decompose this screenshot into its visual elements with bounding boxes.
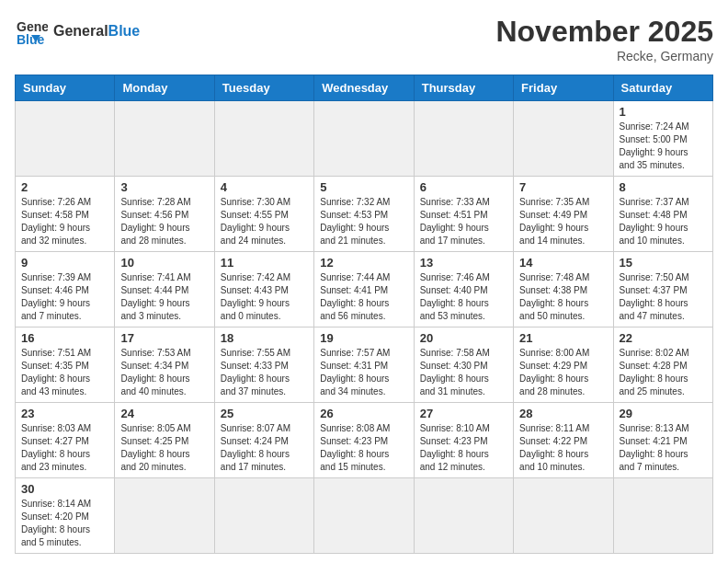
logo-general-text: General <box>53 23 108 39</box>
day-number: 7 <box>519 180 607 194</box>
day-info: Sunrise: 8:13 AM Sunset: 4:21 PM Dayligh… <box>620 422 707 474</box>
calendar-day-cell: 8Sunrise: 7:37 AM Sunset: 4:48 PM Daylig… <box>613 177 712 252</box>
day-number: 3 <box>120 180 208 194</box>
calendar-week-row: 9Sunrise: 7:39 AM Sunset: 4:46 PM Daylig… <box>16 252 713 327</box>
day-info: Sunrise: 7:55 AM Sunset: 4:33 PM Dayligh… <box>221 347 308 398</box>
day-info: Sunrise: 7:28 AM Sunset: 4:56 PM Dayligh… <box>120 196 208 247</box>
day-number: 8 <box>620 180 707 194</box>
day-info: Sunrise: 7:30 AM Sunset: 4:55 PM Dayligh… <box>221 196 308 247</box>
calendar-day-cell: 11Sunrise: 7:42 AM Sunset: 4:43 PM Dayli… <box>214 252 313 327</box>
day-number: 16 <box>21 331 108 345</box>
calendar-day-cell: 7Sunrise: 7:35 AM Sunset: 4:49 PM Daylig… <box>514 177 613 252</box>
weekday-header: Tuesday <box>214 75 313 101</box>
day-number: 9 <box>21 256 108 270</box>
calendar-day-cell: 18Sunrise: 7:55 AM Sunset: 4:33 PM Dayli… <box>214 327 313 403</box>
day-number: 12 <box>320 256 407 270</box>
calendar-day-cell: 28Sunrise: 8:11 AM Sunset: 4:22 PM Dayli… <box>514 403 613 478</box>
svg-text:Blue: Blue <box>17 32 45 47</box>
day-number: 5 <box>320 180 407 194</box>
day-number: 15 <box>620 256 707 270</box>
weekday-header: Friday <box>514 75 613 101</box>
day-info: Sunrise: 7:50 AM Sunset: 4:37 PM Dayligh… <box>620 271 707 323</box>
day-info: Sunrise: 7:37 AM Sunset: 4:48 PM Dayligh… <box>620 196 707 247</box>
day-number: 18 <box>221 331 308 345</box>
day-info: Sunrise: 8:08 AM Sunset: 4:23 PM Dayligh… <box>320 422 407 474</box>
day-number: 22 <box>620 331 707 345</box>
day-info: Sunrise: 8:05 AM Sunset: 4:25 PM Dayligh… <box>120 422 208 474</box>
day-info: Sunrise: 7:51 AM Sunset: 4:35 PM Dayligh… <box>21 347 108 398</box>
calendar-week-row: 1Sunrise: 7:24 AM Sunset: 5:00 PM Daylig… <box>16 101 713 177</box>
day-info: Sunrise: 8:14 AM Sunset: 4:20 PM Dayligh… <box>21 498 108 549</box>
day-info: Sunrise: 8:00 AM Sunset: 4:29 PM Dayligh… <box>519 347 607 398</box>
calendar-day-cell: 2Sunrise: 7:26 AM Sunset: 4:58 PM Daylig… <box>16 177 115 252</box>
day-number: 20 <box>420 331 507 345</box>
day-info: Sunrise: 7:39 AM Sunset: 4:46 PM Dayligh… <box>21 271 108 323</box>
day-number: 24 <box>120 407 208 420</box>
weekday-header: Monday <box>115 75 214 101</box>
calendar-day-cell: 3Sunrise: 7:28 AM Sunset: 4:56 PM Daylig… <box>115 177 214 252</box>
day-number: 25 <box>221 407 308 420</box>
day-info: Sunrise: 7:42 AM Sunset: 4:43 PM Dayligh… <box>221 271 308 323</box>
day-number: 19 <box>320 331 407 345</box>
calendar-day-cell: 15Sunrise: 7:50 AM Sunset: 4:37 PM Dayli… <box>613 252 712 327</box>
day-number: 29 <box>620 407 707 420</box>
day-info: Sunrise: 7:57 AM Sunset: 4:31 PM Dayligh… <box>320 347 407 398</box>
calendar-day-cell: 5Sunrise: 7:32 AM Sunset: 4:53 PM Daylig… <box>314 177 414 252</box>
day-info: Sunrise: 7:33 AM Sunset: 4:51 PM Dayligh… <box>420 196 507 247</box>
calendar-day-cell <box>16 101 115 177</box>
calendar-week-row: 30Sunrise: 8:14 AM Sunset: 4:20 PM Dayli… <box>16 478 713 554</box>
calendar-day-cell <box>214 101 313 177</box>
calendar-day-cell: 14Sunrise: 7:48 AM Sunset: 4:38 PM Dayli… <box>514 252 613 327</box>
day-number: 4 <box>221 180 308 194</box>
calendar-day-cell: 17Sunrise: 7:53 AM Sunset: 4:34 PM Dayli… <box>115 327 214 403</box>
calendar-day-cell: 9Sunrise: 7:39 AM Sunset: 4:46 PM Daylig… <box>16 252 115 327</box>
logo-icon: General Blue <box>15 15 48 48</box>
logo-blue-text: Blue <box>108 23 141 39</box>
day-info: Sunrise: 8:07 AM Sunset: 4:24 PM Dayligh… <box>221 422 308 474</box>
day-number: 10 <box>120 256 208 270</box>
calendar-week-row: 23Sunrise: 8:03 AM Sunset: 4:27 PM Dayli… <box>16 403 713 478</box>
day-number: 6 <box>420 180 507 194</box>
calendar-day-cell: 22Sunrise: 8:02 AM Sunset: 4:28 PM Dayli… <box>613 327 712 403</box>
page-header: General Blue GeneralBlue November 2025 R… <box>15 15 713 63</box>
calendar-day-cell: 30Sunrise: 8:14 AM Sunset: 4:20 PM Dayli… <box>16 478 115 554</box>
calendar-day-cell <box>514 478 613 554</box>
calendar-day-cell: 21Sunrise: 8:00 AM Sunset: 4:29 PM Dayli… <box>514 327 613 403</box>
calendar-day-cell <box>314 478 414 554</box>
calendar-day-cell: 19Sunrise: 7:57 AM Sunset: 4:31 PM Dayli… <box>314 327 414 403</box>
day-number: 2 <box>21 180 108 194</box>
day-number: 28 <box>519 407 607 420</box>
day-info: Sunrise: 7:44 AM Sunset: 4:41 PM Dayligh… <box>320 271 407 323</box>
calendar-day-cell: 10Sunrise: 7:41 AM Sunset: 4:44 PM Dayli… <box>115 252 214 327</box>
weekday-header: Thursday <box>414 75 513 101</box>
calendar-day-cell: 16Sunrise: 7:51 AM Sunset: 4:35 PM Dayli… <box>16 327 115 403</box>
day-info: Sunrise: 7:24 AM Sunset: 5:00 PM Dayligh… <box>620 121 707 172</box>
day-number: 11 <box>221 256 308 270</box>
calendar-day-cell <box>414 478 513 554</box>
calendar-week-row: 16Sunrise: 7:51 AM Sunset: 4:35 PM Dayli… <box>16 327 713 403</box>
calendar-day-cell: 12Sunrise: 7:44 AM Sunset: 4:41 PM Dayli… <box>314 252 414 327</box>
day-number: 1 <box>620 105 707 119</box>
calendar-day-cell: 13Sunrise: 7:46 AM Sunset: 4:40 PM Dayli… <box>414 252 513 327</box>
calendar-day-cell: 24Sunrise: 8:05 AM Sunset: 4:25 PM Dayli… <box>115 403 214 478</box>
day-number: 26 <box>320 407 407 420</box>
day-info: Sunrise: 7:32 AM Sunset: 4:53 PM Dayligh… <box>320 196 407 247</box>
calendar-table: SundayMondayTuesdayWednesdayThursdayFrid… <box>15 75 713 554</box>
calendar-day-cell: 20Sunrise: 7:58 AM Sunset: 4:30 PM Dayli… <box>414 327 513 403</box>
calendar-week-row: 2Sunrise: 7:26 AM Sunset: 4:58 PM Daylig… <box>16 177 713 252</box>
day-number: 30 <box>21 482 108 496</box>
day-info: Sunrise: 7:41 AM Sunset: 4:44 PM Dayligh… <box>120 271 208 323</box>
day-number: 21 <box>519 331 607 345</box>
calendar-day-cell: 6Sunrise: 7:33 AM Sunset: 4:51 PM Daylig… <box>414 177 513 252</box>
day-info: Sunrise: 8:10 AM Sunset: 4:23 PM Dayligh… <box>420 422 507 474</box>
calendar-day-cell <box>115 101 214 177</box>
calendar-day-cell <box>514 101 613 177</box>
logo: General Blue GeneralBlue <box>15 15 140 48</box>
calendar-day-cell <box>115 478 214 554</box>
calendar-day-cell: 25Sunrise: 8:07 AM Sunset: 4:24 PM Dayli… <box>214 403 313 478</box>
day-info: Sunrise: 7:48 AM Sunset: 4:38 PM Dayligh… <box>519 271 607 323</box>
day-number: 27 <box>420 407 507 420</box>
calendar-day-cell: 23Sunrise: 8:03 AM Sunset: 4:27 PM Dayli… <box>16 403 115 478</box>
day-info: Sunrise: 7:58 AM Sunset: 4:30 PM Dayligh… <box>420 347 507 398</box>
day-info: Sunrise: 7:46 AM Sunset: 4:40 PM Dayligh… <box>420 271 507 323</box>
